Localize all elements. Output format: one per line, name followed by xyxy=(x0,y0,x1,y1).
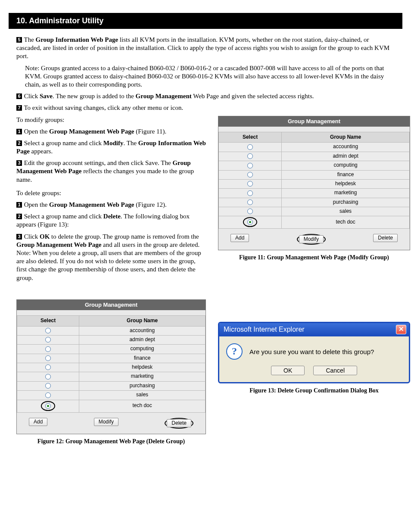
modify-button-11[interactable]: Modify xyxy=(299,235,324,243)
circled-radio xyxy=(41,401,55,411)
circled-radio xyxy=(243,217,257,227)
step-badge-1: 1 xyxy=(16,129,22,134)
delete-button-11[interactable]: Delete xyxy=(373,234,398,242)
radio-input[interactable] xyxy=(247,190,253,196)
table-row: tech doc xyxy=(219,216,410,229)
select-cell xyxy=(17,391,79,400)
select-cell xyxy=(219,216,282,229)
radio-input[interactable] xyxy=(247,208,253,214)
groupname-cell: computing xyxy=(282,161,410,170)
radio-input[interactable] xyxy=(45,364,51,370)
delete-step-2: 2 Select a group name and click Delete. … xyxy=(16,212,206,229)
step-5-note: Note: Groups granted access to a daisy-c… xyxy=(25,64,395,89)
select-cell xyxy=(219,152,282,161)
select-cell xyxy=(219,143,282,152)
radio-input[interactable] xyxy=(45,328,51,333)
table-row: computing xyxy=(219,161,410,170)
modify-heading: To modify groups: xyxy=(16,116,206,124)
groupname-cell: sales xyxy=(282,207,410,216)
groupname-cell: tech doc xyxy=(79,400,206,412)
modify-button[interactable]: Modify xyxy=(94,418,118,426)
select-cell xyxy=(219,207,282,216)
groupname-cell: accounting xyxy=(79,326,206,335)
radio-input[interactable] xyxy=(247,144,253,150)
groupname-cell: marketing xyxy=(79,372,206,381)
gm-table-11: Select Group Name accountingadmin deptco… xyxy=(218,132,410,229)
th-select: Select xyxy=(17,316,79,326)
radio-input[interactable] xyxy=(45,337,51,342)
radio-input[interactable] xyxy=(45,403,51,409)
delete-step-3: 3 Click OK to delete the group. The grou… xyxy=(16,233,206,282)
radio-input[interactable] xyxy=(45,346,51,352)
step-6: 6 Click Save. The new group is added to … xyxy=(16,92,395,100)
step-badge-7: 7 xyxy=(16,105,22,111)
cancel-button[interactable]: Cancel xyxy=(313,366,357,375)
dialog-message: Are you sure you want to delete this gro… xyxy=(249,348,374,356)
table-row: purchasing xyxy=(219,198,410,207)
step-badge-1b: 1 xyxy=(16,202,22,208)
table-row: admin dept xyxy=(17,336,206,345)
select-cell xyxy=(219,179,282,188)
question-icon: ? xyxy=(226,343,243,360)
groupname-cell: admin dept xyxy=(79,336,206,345)
modify-step-1: 1 Open the Group Management Web Page (Fi… xyxy=(16,128,206,136)
groupname-cell: finance xyxy=(282,170,410,179)
select-cell xyxy=(17,345,79,354)
radio-input[interactable] xyxy=(45,383,51,389)
step-7: 7 To exit without saving changes, click … xyxy=(16,104,395,112)
step-badge-2: 2 xyxy=(16,140,22,146)
select-cell xyxy=(17,381,79,390)
radio-input[interactable] xyxy=(247,153,253,159)
groupname-cell: helpdesk xyxy=(79,363,206,372)
table-row: sales xyxy=(219,207,410,216)
table-row: finance xyxy=(17,354,206,363)
groupname-cell: tech doc xyxy=(282,216,410,229)
groupname-cell: purchasing xyxy=(282,198,410,207)
step-badge-3b: 3 xyxy=(16,234,22,240)
delete-button[interactable]: Delete xyxy=(167,419,191,427)
groupname-cell: helpdesk xyxy=(282,179,410,188)
radio-input[interactable] xyxy=(247,219,253,225)
th-select-11: Select xyxy=(219,132,282,143)
step-badge-6: 6 xyxy=(16,93,22,99)
groupname-cell: accounting xyxy=(282,143,410,152)
delete-step-1: 1 Open the Group Management Web Page (Fi… xyxy=(16,201,206,209)
table-row: sales xyxy=(17,391,206,400)
radio-input[interactable] xyxy=(45,355,51,361)
step-5: 5 The Group Information Web Page lists a… xyxy=(16,36,395,61)
circled-delete: Delete xyxy=(165,418,193,429)
table-row: accounting xyxy=(17,326,206,335)
table-row: marketing xyxy=(219,189,410,198)
radio-input[interactable] xyxy=(247,199,253,205)
radio-input[interactable] xyxy=(247,172,253,177)
add-button-11[interactable]: Add xyxy=(230,234,249,242)
modify-step-3: 3 Edit the group account settings, and t… xyxy=(16,159,206,184)
select-cell xyxy=(17,336,79,345)
select-cell xyxy=(17,372,79,381)
select-cell xyxy=(219,198,282,207)
table-row: computing xyxy=(17,345,206,354)
figure-11-panel: Group Management Select Group Name accou… xyxy=(218,116,410,251)
groupname-cell: finance xyxy=(79,354,206,363)
table-row: marketing xyxy=(17,372,206,381)
select-cell xyxy=(17,354,79,363)
modify-step-2: 2 Select a group name and click Modify. … xyxy=(16,139,206,156)
step-badge-3: 3 xyxy=(16,160,22,166)
table-row: helpdesk xyxy=(219,179,410,188)
select-cell xyxy=(17,363,79,372)
radio-input[interactable] xyxy=(247,163,253,168)
step-badge-5: 5 xyxy=(16,37,22,43)
ok-button[interactable]: OK xyxy=(271,366,305,375)
add-button[interactable]: Add xyxy=(29,418,47,426)
close-icon[interactable]: ✕ xyxy=(396,325,406,334)
groupname-cell: sales xyxy=(79,391,206,400)
gm-title-11: Group Management xyxy=(218,116,410,127)
groupname-cell: admin dept xyxy=(282,152,410,161)
table-row: finance xyxy=(219,170,410,179)
radio-input[interactable] xyxy=(247,181,253,187)
radio-input[interactable] xyxy=(45,392,51,398)
select-cell xyxy=(219,189,282,198)
radio-input[interactable] xyxy=(45,374,51,380)
groupname-cell: purchasing xyxy=(79,381,206,390)
section-header: 10. Administrator Utility xyxy=(9,13,402,29)
